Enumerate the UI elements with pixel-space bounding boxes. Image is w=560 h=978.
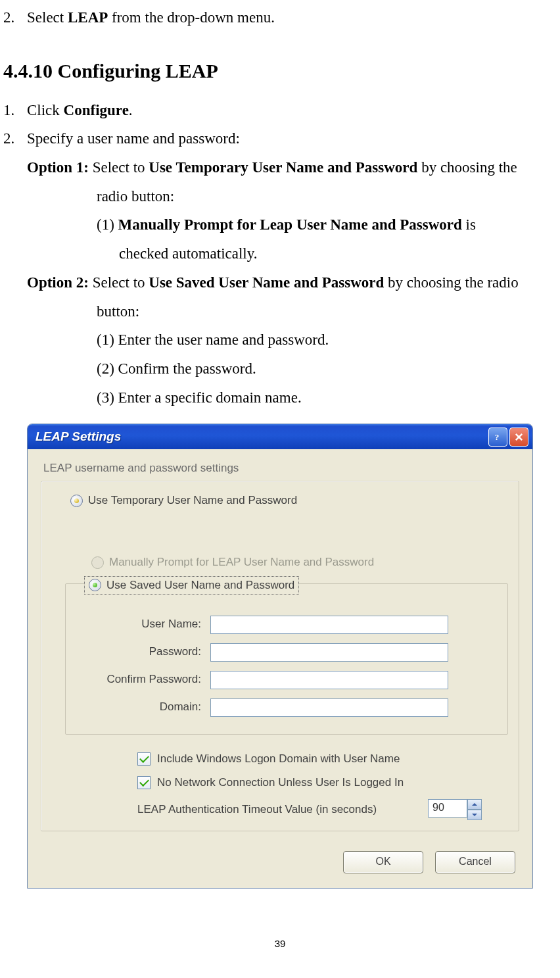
radio-icon <box>91 556 104 569</box>
close-icon <box>514 432 524 442</box>
option-2-sub1: (1) Enter the user name and password. <box>97 326 557 355</box>
spinner-buttons <box>467 799 482 820</box>
option-2-sub2: (2) Confirm the password. <box>97 355 557 383</box>
timeout-label: LEAP Authentication Timeout Value (in se… <box>137 802 377 817</box>
list-number: 2. <box>3 124 27 153</box>
option-1-cont: radio button: <box>97 182 557 211</box>
step-intro: 2.Select LEAP from the drop-down menu. <box>3 3 557 32</box>
cancel-button[interactable]: Cancel <box>435 851 515 873</box>
timeout-value[interactable]: 90 <box>428 799 467 818</box>
timeout-spinner[interactable]: 90 <box>428 799 482 820</box>
radio-dot-selected-icon <box>93 583 97 587</box>
radio-label: Use Temporary User Name and Password <box>88 493 297 508</box>
text: is <box>462 216 476 233</box>
page-number: 39 <box>3 935 557 954</box>
text: (1) <box>97 216 118 233</box>
domain-label: Domain: <box>83 700 210 714</box>
ok-button[interactable]: OK <box>343 851 423 873</box>
text: Specify a user name and password: <box>27 130 240 147</box>
option-label: Option 1: <box>27 159 89 176</box>
text: Select <box>27 9 68 26</box>
option-2: Option 2: Select to Use Saved User Name … <box>27 268 557 297</box>
radio-use-saved[interactable]: Use Saved User Name and Password <box>84 576 299 595</box>
text: Click <box>27 102 64 118</box>
password-label: Password: <box>83 645 210 659</box>
list-number: 1. <box>3 96 27 125</box>
step-2: 2.Specify a user name and password: <box>3 124 557 153</box>
user-name-input[interactable] <box>210 616 448 634</box>
spinner-up-button[interactable] <box>467 799 482 810</box>
radio-use-temporary[interactable]: Use Temporary User Name and Password <box>70 493 508 508</box>
radio-manually-prompt: Manually Prompt for LEAP User Name and P… <box>91 555 508 570</box>
text-bold: Manually Prompt for Leap User Name and P… <box>118 216 462 233</box>
dialog-client-area: LEAP username and password settings Use … <box>28 449 532 887</box>
text-bold: Configure <box>64 102 129 118</box>
section-heading: 4.4.10 Configuring LEAP <box>3 52 557 89</box>
titlebar[interactable]: LEAP Settings ? <box>28 424 532 449</box>
option-2-sub3: (3) Enter a specific domain name. <box>97 383 557 412</box>
section-label: LEAP username and password settings <box>43 461 519 476</box>
confirm-password-label: Confirm Password: <box>83 672 210 687</box>
checkbox-label: No Network Connection Unless User Is Log… <box>157 775 404 790</box>
list-number: 2. <box>3 3 27 32</box>
checkbox-icon <box>137 752 151 766</box>
step-1: 1.Click Configure. <box>3 96 557 125</box>
radio-label: Manually Prompt for LEAP User Name and P… <box>109 555 374 570</box>
spinner-down-button[interactable] <box>467 810 482 820</box>
text: Select to <box>89 159 149 176</box>
radio-icon <box>89 579 101 591</box>
credentials-groupbox: Use Temporary User Name and Password Man… <box>41 481 519 831</box>
domain-row: Domain: <box>83 698 490 717</box>
chevron-up-icon <box>472 802 477 806</box>
saved-credentials-groupbox: Use Saved User Name and Password User Na… <box>65 583 508 735</box>
chevron-down-icon <box>472 813 477 817</box>
help-button[interactable]: ? <box>488 428 507 447</box>
password-row: Password: <box>83 643 490 662</box>
text: . <box>129 102 133 118</box>
radio-label: Use Saved User Name and Password <box>106 578 294 593</box>
option-1: Option 1: Select to Use Temporary User N… <box>27 153 557 182</box>
radio-dot-icon <box>74 499 79 503</box>
help-icon: ? <box>493 432 503 442</box>
close-button[interactable] <box>509 428 528 447</box>
text: by choosing the <box>417 159 517 176</box>
dialog-button-row: OK Cancel <box>41 851 519 873</box>
option-1-sub-cont: checked automatically. <box>97 239 557 268</box>
text-bold: Use Temporary User Name and Password <box>149 159 417 176</box>
text: Select to <box>89 274 149 291</box>
radio-icon <box>70 495 83 507</box>
option-label: Option 2: <box>27 274 89 291</box>
text: by choosing the radio <box>384 274 518 291</box>
checkbox-include-domain[interactable]: Include Windows Logon Domain with User N… <box>137 752 508 766</box>
checkbox-no-network[interactable]: No Network Connection Unless User Is Log… <box>137 775 508 790</box>
option-2-cont: button: <box>97 297 557 326</box>
checkbox-label: Include Windows Logon Domain with User N… <box>157 752 400 766</box>
password-input[interactable] <box>210 643 448 662</box>
user-name-row: User Name: <box>83 616 490 634</box>
text: from the drop-down menu. <box>108 9 275 26</box>
svg-text:?: ? <box>495 432 500 442</box>
confirm-password-row: Confirm Password: <box>83 671 490 689</box>
leap-settings-dialog: LEAP Settings ? LEAP username and passwo… <box>27 424 533 888</box>
text-bold: LEAP <box>68 9 108 26</box>
confirm-password-input[interactable] <box>210 671 448 689</box>
text-bold: Use Saved User Name and Password <box>149 274 384 291</box>
checkbox-icon <box>137 776 151 789</box>
domain-input[interactable] <box>210 698 448 717</box>
option-1-sub: (1) Manually Prompt for Leap User Name a… <box>97 210 557 239</box>
timeout-row: LEAP Authentication Timeout Value (in se… <box>137 799 508 820</box>
window-title: LEAP Settings <box>35 429 486 445</box>
user-name-label: User Name: <box>83 617 210 631</box>
